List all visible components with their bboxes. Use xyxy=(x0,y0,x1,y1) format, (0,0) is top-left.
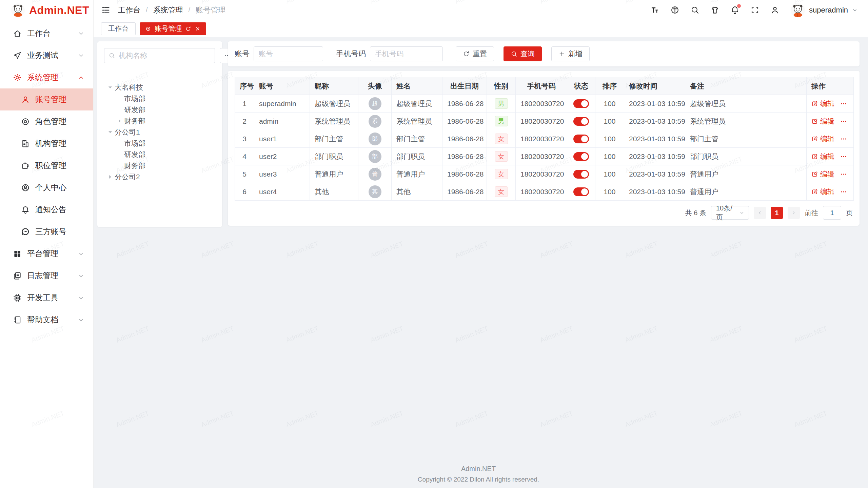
home-icon xyxy=(13,29,22,38)
caret-right-icon[interactable] xyxy=(107,174,114,180)
status-toggle[interactable] xyxy=(573,170,589,179)
edit-button[interactable]: 编辑 xyxy=(811,99,834,108)
org-search-input[interactable] xyxy=(119,52,211,60)
language-button[interactable] xyxy=(670,5,679,15)
breadcrumb-item[interactable]: 系统管理 xyxy=(153,5,183,15)
sidebar-item-platform-manage[interactable]: 平台管理 xyxy=(0,243,93,265)
breadcrumb: 工作台 / 系统管理 / 账号管理 xyxy=(118,5,225,15)
cell-avatar: 超 xyxy=(358,95,392,113)
menu-fold-icon[interactable] xyxy=(101,5,111,15)
breadcrumb-item[interactable]: 工作台 xyxy=(118,5,140,15)
search-button[interactable] xyxy=(690,5,699,15)
gear-icon xyxy=(13,73,22,82)
page-1-button[interactable]: 1 xyxy=(771,207,783,219)
sidebar-item-business-test[interactable]: 业务测试 xyxy=(0,44,93,66)
edit-button[interactable]: 编辑 xyxy=(811,152,834,161)
status-toggle[interactable] xyxy=(573,152,589,161)
search-label: 查询 xyxy=(520,49,535,59)
close-icon[interactable] xyxy=(195,26,201,32)
tab-label: 账号管理 xyxy=(155,24,182,33)
sidebar-item-notice[interactable]: 通知公告 xyxy=(0,199,93,221)
sidebar-item-workbench[interactable]: 工作台 xyxy=(0,22,93,44)
sidebar-item-dev-tools[interactable]: 开发工具 xyxy=(0,287,93,309)
tree-node[interactable]: 分公司2 xyxy=(104,171,215,182)
tree-node[interactable]: 财务部 xyxy=(104,160,215,171)
more-actions-button[interactable] xyxy=(840,153,847,160)
sidebar-item-log-manage[interactable]: 日志管理 xyxy=(0,265,93,287)
goto-page-input[interactable] xyxy=(823,206,841,220)
logo[interactable]: Admin.NET xyxy=(0,0,93,20)
sidebar-item-role-manage[interactable]: 角色管理 xyxy=(0,110,93,133)
sidebar-item-org-manage[interactable]: 机构管理 xyxy=(0,133,93,155)
tree-node-label: 分公司1 xyxy=(115,127,140,137)
tree-node[interactable]: 市场部 xyxy=(104,138,215,149)
tree-node[interactable]: 市场部 xyxy=(104,93,215,104)
fullscreen-button[interactable] xyxy=(750,5,760,15)
edit-icon xyxy=(811,171,818,178)
edit-button[interactable]: 编辑 xyxy=(811,117,834,126)
cell-status xyxy=(567,95,595,113)
gender-badge: 女 xyxy=(495,186,508,197)
add-button[interactable]: 新增 xyxy=(551,46,590,61)
sidebar-item-position-manage[interactable]: 职位管理 xyxy=(0,155,93,177)
tab-account-manage[interactable]: 账号管理 xyxy=(140,22,206,35)
next-page-button[interactable] xyxy=(788,207,800,219)
status-toggle[interactable] xyxy=(573,117,589,126)
sidebar-item-system-manage[interactable]: 系统管理 xyxy=(0,66,93,88)
cell-remark: 系统管理员 xyxy=(685,113,807,130)
account-input[interactable] xyxy=(254,46,323,61)
refresh-icon[interactable] xyxy=(185,26,191,32)
more-actions-button[interactable] xyxy=(840,118,847,125)
tree-node-label: 财务部 xyxy=(124,161,145,170)
cell-sort: 100 xyxy=(595,148,624,165)
tree-node[interactable]: 研发部 xyxy=(104,104,215,115)
cell-remark: 普通用户 xyxy=(685,165,807,183)
sidebar-item-account-manage[interactable]: 账号管理 xyxy=(0,88,93,110)
more-actions-button[interactable] xyxy=(840,100,847,107)
more-actions-button[interactable] xyxy=(840,188,847,196)
edit-label: 编辑 xyxy=(820,169,834,179)
tree-node[interactable]: 财务部 xyxy=(104,115,215,126)
notifications-button[interactable] xyxy=(730,5,739,15)
profile-button[interactable] xyxy=(770,5,780,15)
edit-button[interactable]: 编辑 xyxy=(811,187,834,197)
filter-bar: 账号 手机号码 重置 查询 xyxy=(228,41,860,66)
sidebar-item-help-docs[interactable]: 帮助文档 xyxy=(0,309,93,331)
status-toggle[interactable] xyxy=(573,187,589,196)
cell-name: 系统管理员 xyxy=(392,113,442,130)
org-tree: 大名科技市场部研发部财务部分公司1市场部研发部财务部分公司2 xyxy=(104,82,215,182)
font-size-button[interactable] xyxy=(650,5,659,15)
page-size-select[interactable]: 10条/页 xyxy=(711,206,749,220)
tree-node[interactable]: 大名科技 xyxy=(104,82,215,93)
caret-right-icon[interactable] xyxy=(116,118,123,124)
tree-node[interactable]: 分公司1 xyxy=(104,126,215,138)
chevron-down-icon xyxy=(739,210,745,216)
search-button[interactable]: 查询 xyxy=(504,46,542,61)
sidebar-item-third-account[interactable]: 三方账号 xyxy=(0,221,93,243)
edit-button[interactable]: 编辑 xyxy=(811,169,834,179)
cell-name: 部门职员 xyxy=(392,148,442,165)
reset-button[interactable]: 重置 xyxy=(456,46,494,61)
chevron-down-icon xyxy=(78,250,84,257)
cell-index: 2 xyxy=(235,113,254,130)
sidebar-item-profile-center[interactable]: 个人中心 xyxy=(0,177,93,199)
cell-nickname: 系统管理员 xyxy=(310,113,358,130)
caret-down-icon[interactable] xyxy=(107,84,114,91)
tree-node[interactable]: 研发部 xyxy=(104,149,215,160)
user-menu[interactable]: superadmin xyxy=(790,3,858,18)
cell-remark: 部门职员 xyxy=(685,148,807,165)
theme-button[interactable] xyxy=(710,5,719,15)
more-actions-button[interactable] xyxy=(840,170,847,178)
status-toggle[interactable] xyxy=(573,99,589,108)
edit-button[interactable]: 编辑 xyxy=(811,134,834,144)
plus-icon xyxy=(558,50,565,57)
status-toggle[interactable] xyxy=(573,135,589,143)
phone-input[interactable] xyxy=(370,46,443,61)
cell-phone: 18020030720 xyxy=(516,95,567,113)
tab-workbench[interactable]: 工作台 xyxy=(101,22,136,35)
caret-down-icon[interactable] xyxy=(107,129,114,136)
gender-badge: 女 xyxy=(495,134,508,144)
cell-sort: 100 xyxy=(595,95,624,113)
prev-page-button[interactable] xyxy=(754,207,766,219)
more-actions-button[interactable] xyxy=(840,135,847,143)
